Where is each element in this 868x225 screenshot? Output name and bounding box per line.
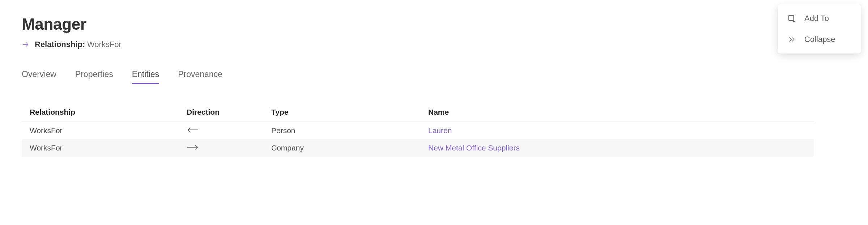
menu-item-add-to[interactable]: Add To: [778, 8, 861, 29]
menu-item-label: Collapse: [804, 35, 835, 44]
relationship-label: Relationship:: [35, 40, 85, 49]
col-header-name[interactable]: Name: [420, 103, 814, 122]
menu-item-label: Add To: [804, 14, 829, 23]
menu-item-collapse[interactable]: Collapse: [778, 29, 861, 50]
tabs: Overview Properties Entities Provenance: [22, 69, 846, 84]
entity-link[interactable]: Lauren: [428, 126, 452, 135]
entity-link[interactable]: New Metal Office Suppliers: [428, 144, 520, 152]
cell-direction: [179, 139, 263, 157]
tab-entities[interactable]: Entities: [132, 69, 159, 84]
cell-relationship: WorksFor: [22, 122, 179, 140]
cell-direction: [179, 122, 263, 140]
chevrons-right-icon: [787, 35, 796, 43]
tab-provenance[interactable]: Provenance: [178, 69, 222, 83]
cell-name: Lauren: [420, 122, 814, 140]
tab-properties[interactable]: Properties: [75, 69, 113, 83]
relationship-value: WorksFor: [87, 40, 122, 49]
cell-type: Company: [263, 139, 420, 157]
cell-relationship: WorksFor: [22, 139, 179, 157]
cell-name: New Metal Office Suppliers: [420, 139, 814, 157]
table-row: WorksFor Company New Metal Office Suppli…: [22, 139, 814, 157]
tab-overview[interactable]: Overview: [22, 69, 56, 83]
entities-table: Relationship Direction Type Name WorksFo…: [22, 103, 814, 157]
arrow-left-icon: [187, 127, 199, 133]
add-to-icon: [787, 14, 796, 22]
page-title: Manager: [22, 15, 846, 33]
table-header-row: Relationship Direction Type Name: [22, 103, 814, 122]
cell-type: Person: [263, 122, 420, 140]
svg-rect-3: [789, 16, 794, 21]
arrow-right-icon: [187, 144, 199, 150]
col-header-direction[interactable]: Direction: [179, 103, 263, 122]
subtitle-row: Relationship: WorksFor: [22, 40, 846, 49]
table-row: WorksFor Person Lauren: [22, 122, 814, 140]
action-menu: Add To Collapse: [778, 4, 861, 54]
arrow-right-icon: [22, 41, 30, 48]
col-header-type[interactable]: Type: [263, 103, 420, 122]
col-header-relationship[interactable]: Relationship: [22, 103, 179, 122]
